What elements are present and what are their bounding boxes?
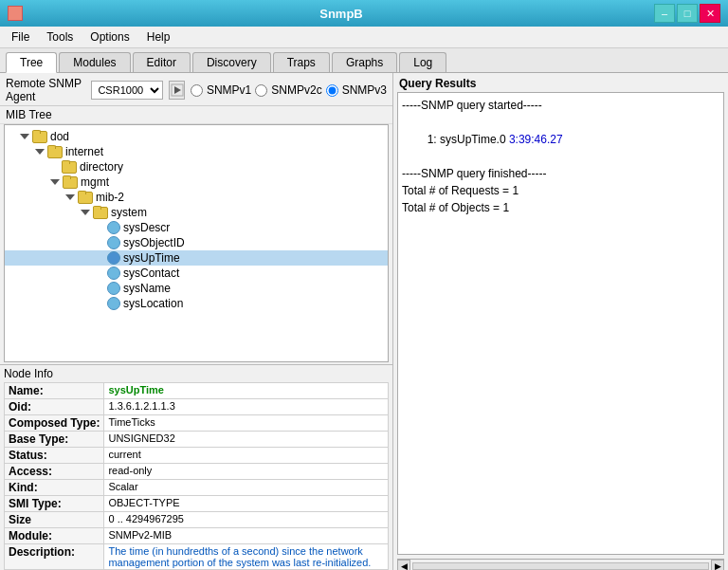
- snmpv1-label[interactable]: SNMPv1: [207, 83, 251, 97]
- minimize-button[interactable]: –: [654, 4, 675, 23]
- tab-graphs[interactable]: Graphs: [332, 52, 397, 72]
- tree-label-sysdescr: sysDescr: [123, 221, 170, 234]
- agent-go-button[interactable]: [169, 81, 185, 100]
- tree-item-syscontact[interactable]: sysContact: [5, 266, 388, 281]
- query-line-3: -----SNMP query finished-----: [402, 165, 719, 182]
- snmpv1-radio[interactable]: [191, 84, 203, 97]
- tree-label-mib2: mib-2: [96, 191, 124, 204]
- tree-label-mgmt: mgmt: [81, 175, 109, 189]
- node-field-composed: Composed Type:: [5, 415, 104, 432]
- leaf-icon-sysdescr: [107, 221, 120, 234]
- node-info-table: Name: sysUpTime Oid: 1.3.6.1.2.1.1.3 Com…: [4, 382, 389, 570]
- query-hscroll: ◀ ▶: [397, 559, 724, 570]
- node-row-name: Name: sysUpTime: [5, 383, 389, 399]
- query-results-header: Query Results: [393, 73, 728, 92]
- close-button[interactable]: ✕: [700, 4, 720, 23]
- tab-discovery[interactable]: Discovery: [192, 52, 271, 72]
- tree-item-sysdescr[interactable]: sysDescr: [5, 220, 388, 235]
- node-value-name: sysUpTime: [104, 383, 389, 399]
- right-panel: Query Results -----SNMP query started---…: [393, 73, 728, 570]
- node-row-description: Description: The time (in hundredths of …: [5, 544, 389, 570]
- tab-tree[interactable]: Tree: [6, 52, 57, 73]
- query-line-2: 1: sysUpTime.0 3:39:46.27: [402, 114, 719, 165]
- node-value-kind: Scalar: [104, 480, 389, 496]
- hscroll-right-arrow[interactable]: ▶: [711, 560, 724, 571]
- node-field-base: Base Type:: [5, 432, 104, 448]
- snmpv3-label[interactable]: SNMPv3: [342, 83, 387, 97]
- node-value-status: current: [104, 448, 389, 464]
- triangle-dod[interactable]: [20, 134, 29, 139]
- node-row-size: Size 0 .. 4294967295: [5, 512, 389, 528]
- tabs-bar: Tree Modules Editor Discovery Traps Grap…: [0, 48, 728, 73]
- node-row-smitype: SMI Type: OBJECT-TYPE: [5, 496, 389, 512]
- menu-bar: File Tools Options Help: [0, 27, 728, 48]
- leaf-icon-syslocation: [107, 297, 120, 310]
- tree-content: dod internet directory: [5, 125, 388, 315]
- hscroll-track[interactable]: [412, 562, 709, 570]
- query-results-box[interactable]: -----SNMP query started----- 1: sysUpTim…: [397, 92, 724, 555]
- triangle-mgmt[interactable]: [50, 179, 60, 185]
- node-row-oid: Oid: 1.3.6.1.2.1.1.3: [5, 399, 389, 415]
- mib-tree[interactable]: dod internet directory: [4, 124, 389, 362]
- query-line-4: Total # of Requests = 1: [402, 182, 719, 199]
- tree-item-mib2[interactable]: mib-2: [5, 190, 388, 205]
- query-prefix: 1: sysUpTime.0: [428, 133, 509, 146]
- triangle-mib2[interactable]: [65, 194, 75, 200]
- tree-item-dod[interactable]: dod: [5, 129, 388, 144]
- node-field-oid: Oid:: [5, 399, 104, 415]
- tree-label-syslocation: sysLocation: [123, 297, 183, 310]
- node-field-size: Size: [5, 512, 104, 528]
- tab-modules[interactable]: Modules: [59, 52, 130, 72]
- node-field-status: Status:: [5, 448, 104, 464]
- tree-label-dod: dod: [50, 130, 69, 143]
- agent-select[interactable]: CSR1000: [91, 81, 163, 100]
- triangle-system[interactable]: [81, 210, 90, 215]
- leaf-icon-sysuptime: [107, 251, 120, 265]
- node-field-description: Description:: [5, 544, 104, 570]
- query-value: 3:39:46.27: [509, 133, 563, 146]
- tree-label-directory: directory: [80, 160, 123, 174]
- leaf-icon-sysobjectid: [107, 236, 120, 249]
- tree-item-internet[interactable]: internet: [5, 144, 388, 159]
- node-row-composed: Composed Type: TimeTicks: [5, 415, 389, 432]
- snmpv2c-label[interactable]: SNMPv2c: [271, 83, 321, 97]
- tree-item-sysuptime[interactable]: sysUpTime: [5, 250, 388, 266]
- title-bar: SnmpB – □ ✕: [0, 0, 728, 27]
- menu-tools[interactable]: Tools: [39, 28, 81, 46]
- tree-item-sysobjectid[interactable]: sysObjectID: [5, 235, 388, 250]
- menu-help[interactable]: Help: [139, 28, 178, 46]
- triangle-internet[interactable]: [35, 149, 45, 155]
- snmpv2c-radio[interactable]: [255, 84, 267, 97]
- snmpv3-radio[interactable]: [326, 84, 338, 97]
- window-controls: – □ ✕: [654, 4, 720, 23]
- tree-item-syslocation[interactable]: sysLocation: [5, 296, 388, 311]
- query-line-1: -----SNMP query started-----: [402, 97, 719, 114]
- maximize-button[interactable]: □: [677, 4, 698, 23]
- app-icon: [8, 6, 23, 21]
- node-value-smitype: OBJECT-TYPE: [104, 496, 389, 512]
- node-field-name: Name:: [5, 383, 104, 399]
- tree-item-mgmt[interactable]: mgmt: [5, 175, 388, 190]
- menu-options[interactable]: Options: [82, 28, 136, 46]
- mib-tree-header: MIB Tree: [0, 106, 392, 124]
- tab-log[interactable]: Log: [399, 52, 446, 72]
- tab-traps[interactable]: Traps: [273, 52, 330, 72]
- node-value-description: The time (in hundredths of a second) sin…: [104, 544, 389, 570]
- folder-icon-system: [93, 206, 108, 219]
- node-field-smitype: SMI Type:: [5, 496, 104, 512]
- tree-item-directory[interactable]: directory: [5, 159, 388, 175]
- node-row-status: Status: current: [5, 448, 389, 464]
- tree-item-sysname[interactable]: sysName: [5, 281, 388, 296]
- menu-file[interactable]: File: [4, 28, 37, 46]
- tree-label-system: system: [111, 206, 147, 219]
- tab-editor[interactable]: Editor: [133, 52, 191, 72]
- hscroll-left-arrow[interactable]: ◀: [397, 560, 410, 571]
- tree-item-system[interactable]: system: [5, 205, 388, 220]
- node-value-base: UNSIGNED32: [104, 432, 389, 448]
- node-row-kind: Kind: Scalar: [5, 480, 389, 496]
- tree-label-internet: internet: [65, 145, 103, 158]
- node-field-kind: Kind:: [5, 480, 104, 496]
- node-value-size: 0 .. 4294967295: [104, 512, 389, 528]
- agent-row: Remote SNMP Agent CSR1000 SNMPv1 SNMPv2c…: [0, 73, 392, 106]
- tree-label-syscontact: sysContact: [123, 267, 179, 280]
